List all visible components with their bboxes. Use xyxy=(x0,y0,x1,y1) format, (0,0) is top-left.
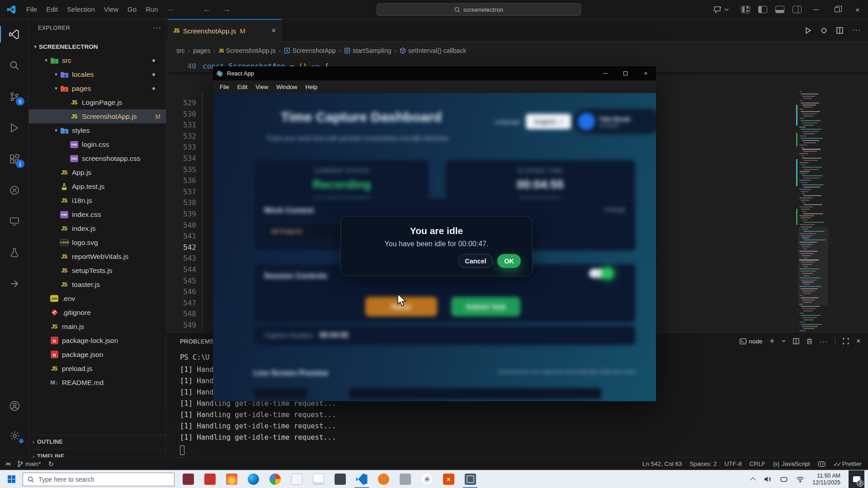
tree-item-screenshotappcss[interactable]: cssscreenshotapp.css xyxy=(29,151,166,165)
taskbar-app-chrome[interactable] xyxy=(416,470,438,488)
react-maximize-button[interactable] xyxy=(615,66,636,80)
wifi-icon[interactable] xyxy=(796,476,804,483)
menubar-item-view[interactable]: View xyxy=(99,3,123,15)
react-menu-edit[interactable]: Edit xyxy=(233,82,251,92)
taskbar-app-flame[interactable] xyxy=(221,470,242,488)
taskbar-app-grayapp[interactable] xyxy=(394,470,416,488)
split-editor-icon[interactable] xyxy=(836,27,843,34)
tree-root-screenelectron[interactable]: ▾SCREENELECTRON xyxy=(29,40,166,53)
taskbar-app-doc[interactable] xyxy=(307,470,329,488)
status-indentation[interactable]: Spaces: 2 xyxy=(690,460,717,467)
activity-accounts-icon[interactable] xyxy=(0,394,29,418)
toggle-panel-icon[interactable] xyxy=(775,6,784,13)
explorer-more-actions-icon[interactable]: ··· xyxy=(153,24,161,32)
window-minimize-button[interactable] xyxy=(806,0,826,19)
work-context-link[interactable]: Change xyxy=(604,206,625,215)
react-menu-help[interactable]: Help xyxy=(302,82,322,92)
tree-item-loginpagejs[interactable]: JSLoginPage.js xyxy=(29,95,166,109)
sync-changes-icon[interactable]: ↻ xyxy=(48,460,54,468)
react-menu-view[interactable]: View xyxy=(251,82,272,92)
window-close-button[interactable]: × xyxy=(847,0,868,19)
activity-testing-icon[interactable] xyxy=(0,241,29,264)
tray-expand-icon[interactable] xyxy=(750,477,756,483)
new-terminal-icon[interactable]: + xyxy=(770,337,775,346)
taskbar-app-edge[interactable] xyxy=(242,470,264,488)
breadcrumb-item-5[interactable]: setInterval() callback xyxy=(400,47,466,54)
screen-capture-icon[interactable] xyxy=(780,476,788,483)
tree-item-styles[interactable]: ▾{}styles xyxy=(29,123,166,137)
menubar-item-[interactable]: ··· xyxy=(163,3,179,15)
taskbar-app-vscode[interactable] xyxy=(351,470,373,488)
tree-item-reportwebvitalsjs[interactable]: JSreportWebVitals.js xyxy=(29,249,166,263)
tree-item-indexcss[interactable]: cssindex.css xyxy=(29,207,166,221)
react-menu-file[interactable]: File xyxy=(216,82,233,92)
activity-extensions-icon[interactable]: 1 xyxy=(0,147,29,171)
taskbar-app-gift[interactable] xyxy=(199,470,221,488)
start-button[interactable] xyxy=(0,470,23,488)
taskbar-app-xorange[interactable]: × xyxy=(438,470,459,488)
tree-item-logosvg[interactable]: ✶SVGlogo.svg xyxy=(29,235,166,249)
breadcrumb-item-2[interactable]: JSScreenshotApp.js xyxy=(219,47,276,54)
volume-icon[interactable] xyxy=(764,476,772,483)
panel-more-actions-icon[interactable]: ··· xyxy=(820,338,828,345)
ok-button[interactable]: OK xyxy=(497,254,521,268)
language-select[interactable]: English▾ xyxy=(526,114,571,129)
git-branch-status[interactable]: main* xyxy=(17,460,41,467)
menubar-item-file[interactable]: File xyxy=(22,3,42,15)
tree-item-indexjs[interactable]: JSindex.js xyxy=(29,221,166,235)
tree-item-locales[interactable]: ▾Alocales xyxy=(29,67,166,81)
breadcrumb-item-3[interactable]: ScreenshotApp xyxy=(284,47,336,54)
tree-item-preloadjs[interactable]: JSpreload.js xyxy=(29,361,166,375)
menubar-item-go[interactable]: Go xyxy=(123,3,141,15)
activity-run-and-debug-icon[interactable] xyxy=(0,116,29,140)
capture-toggle-knob[interactable] xyxy=(602,267,613,279)
tree-item-mainjs[interactable]: JSmain.js xyxy=(29,319,166,333)
status-formatter[interactable]: ✓✓ Prettier xyxy=(833,460,862,468)
toggle-secondary-sidebar-icon[interactable] xyxy=(793,6,802,13)
editor-more-actions-icon[interactable]: ··· xyxy=(852,26,861,34)
react-app-titlebar[interactable]: React App × xyxy=(213,66,656,80)
react-app-window[interactable]: React App × FileEditViewWindowHelp Time … xyxy=(213,66,656,401)
react-close-button[interactable]: × xyxy=(636,66,656,80)
tree-item-packagejson[interactable]: npackage.json xyxy=(29,347,166,361)
customize-layout-icon[interactable] xyxy=(741,6,750,13)
maximize-panel-icon[interactable] xyxy=(843,338,849,344)
taskbar-app-orange[interactable] xyxy=(373,470,394,488)
panel-tab-problems[interactable]: PROBLEMS xyxy=(180,338,214,345)
activity-explorer-icon[interactable] xyxy=(0,23,29,46)
menubar-item-edit[interactable]: Edit xyxy=(42,3,62,15)
run-debug-icon[interactable] xyxy=(821,27,827,34)
react-minimize-button[interactable] xyxy=(595,66,615,80)
tree-item-src[interactable]: ▾‹›src xyxy=(29,53,166,67)
copilot-icon[interactable] xyxy=(713,6,729,14)
activity-remote-window-icon[interactable] xyxy=(0,272,29,296)
tree-item-packagelockjson[interactable]: npackage-lock.json xyxy=(29,333,166,347)
tab-close-icon[interactable]: × xyxy=(272,27,276,35)
status-cursor-position[interactable]: Ln 542, Col 63 xyxy=(642,460,682,467)
tree-item-i18njs[interactable]: JSi18n.js xyxy=(29,193,166,207)
terminal-process-label[interactable]: node xyxy=(740,338,763,345)
menubar-item-selection[interactable]: Selection xyxy=(62,3,99,15)
taskbar-app-darkapp[interactable] xyxy=(329,470,351,488)
breadcrumb-item-0[interactable]: src xyxy=(176,47,185,54)
tree-item-readmemd[interactable]: M↓README.md xyxy=(29,375,166,389)
taskbar-clock[interactable]: 11:50 AM 12/11/2025 xyxy=(812,473,840,486)
tree-item-pages[interactable]: ▾‹›pages xyxy=(29,81,166,95)
tree-item-setuptestsjs[interactable]: JSsetupTests.js xyxy=(29,263,166,277)
history-forward-icon[interactable]: → xyxy=(223,5,231,14)
action-center-button[interactable]: 3 xyxy=(849,470,864,488)
cancel-button[interactable]: Cancel xyxy=(458,254,493,268)
taskbar-search-input[interactable]: Type here to search xyxy=(23,473,175,486)
activity-live-preview-icon[interactable] xyxy=(0,178,29,202)
taskbar-app-photos[interactable] xyxy=(264,470,286,488)
remote-indicator-icon[interactable]: >< xyxy=(5,461,10,467)
toggle-sidebar-icon[interactable] xyxy=(758,6,767,13)
tree-item-screenshotappjs[interactable]: JSScreenshotApp.jsM xyxy=(29,109,166,123)
kill-terminal-icon[interactable] xyxy=(807,338,812,344)
split-terminal-icon[interactable] xyxy=(793,338,799,344)
react-menu-window[interactable]: Window xyxy=(272,82,301,92)
terminal-dropdown-icon[interactable] xyxy=(782,340,786,343)
copilot-status-icon[interactable] xyxy=(818,460,826,467)
tab-screenshotapp[interactable]: JS ScreenshotApp.js M × xyxy=(168,19,282,42)
taskbar-app-electron[interactable] xyxy=(459,470,481,488)
